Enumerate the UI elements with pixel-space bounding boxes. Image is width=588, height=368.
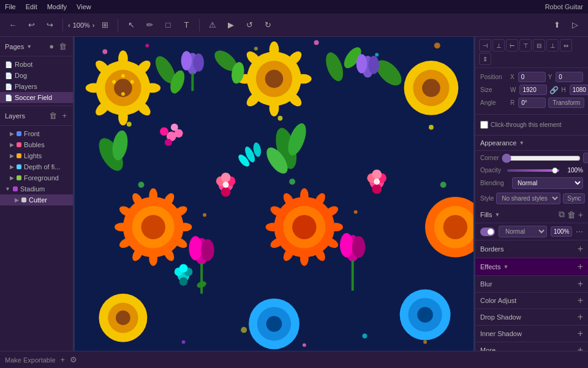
effects-header[interactable]: Effects ▼ +: [475, 258, 588, 276]
shape-tool[interactable]: □: [160, 17, 176, 33]
borders-add-button[interactable]: +: [578, 243, 583, 255]
angle-row: Angle R Transform: [480, 98, 583, 108]
menu-view[interactable]: View: [77, 3, 91, 10]
play-tool[interactable]: ▶: [223, 17, 239, 33]
select-tool[interactable]: ↖: [123, 17, 139, 33]
layer-stadium[interactable]: ▼ Stadium: [0, 183, 73, 194]
export-button[interactable]: ⬆: [549, 17, 565, 33]
exportable-option-button[interactable]: ⚙: [70, 355, 77, 364]
menu-edit[interactable]: Edit: [26, 3, 37, 10]
align-center-h[interactable]: ⊥: [492, 39, 505, 52]
menu-file[interactable]: File: [5, 3, 16, 10]
r-input[interactable]: [518, 98, 546, 108]
page-item-robot[interactable]: 📄 Robot: [0, 59, 73, 70]
svg-point-1: [102, 49, 107, 54]
layer-cutter[interactable]: ▶ Cutter: [0, 194, 73, 205]
layer-lights[interactable]: ▶ Lights: [0, 150, 73, 161]
fills-delete-icon[interactable]: 🗑: [567, 209, 576, 220]
exportable-add-button[interactable]: +: [61, 355, 66, 364]
svg-point-27: [121, 74, 125, 78]
layers-header: Layers 🗑 +: [0, 106, 73, 126]
svg-point-142: [354, 210, 358, 214]
effect-inner-shadow: Inner Shadow +: [475, 326, 588, 342]
play-button[interactable]: ▷: [567, 17, 583, 33]
appearance-header[interactable]: Appearance ▼: [475, 136, 588, 151]
clickthrough-checkbox[interactable]: [480, 121, 488, 129]
layer-front[interactable]: ▶ Front: [0, 128, 73, 139]
svg-point-34: [295, 74, 312, 84]
effects-add-button[interactable]: +: [578, 261, 583, 272]
y-input[interactable]: [556, 72, 583, 82]
fill-opacity-input[interactable]: [551, 226, 572, 237]
svg-point-28: [121, 92, 125, 96]
style-select[interactable]: No shared styles: [496, 193, 560, 204]
fill-type-select[interactable]: Normal Multiply: [499, 226, 547, 237]
page-item-players[interactable]: 📄 Players: [0, 81, 73, 92]
fills-copy-icon[interactable]: ⧉: [559, 209, 565, 220]
align-middle-v[interactable]: ⊟: [533, 39, 545, 52]
effect-drop-shadow-label: Drop Shadow: [480, 313, 578, 321]
text-tool[interactable]: T: [178, 17, 194, 33]
transform-button[interactable]: Transform: [548, 98, 584, 108]
layer-add[interactable]: +: [61, 111, 68, 120]
h-input[interactable]: [570, 85, 588, 95]
align-right[interactable]: ⊢: [506, 39, 518, 52]
layer-delete[interactable]: 🗑: [48, 111, 58, 120]
layer-depth[interactable]: ▶ Depth of fi...: [0, 161, 73, 172]
distribute-v[interactable]: ⇕: [479, 53, 491, 65]
layer-foreground[interactable]: ▶ Foreground: [0, 172, 73, 183]
effect-blur-add[interactable]: +: [578, 278, 583, 289]
svg-point-19: [143, 83, 160, 93]
redo-button[interactable]: ↪: [42, 17, 58, 33]
align-toolbar: ⊣ ⊥ ⊢ ⊤ ⊟ ⊥ ⇔ ⇕: [475, 37, 588, 68]
page-item-dog[interactable]: 📄 Dog: [0, 70, 73, 81]
page-item-soccer[interactable]: 📄 Soccer Field: [0, 92, 73, 103]
zoom-arrow-right[interactable]: ›: [92, 21, 95, 29]
fit-button[interactable]: ⊞: [97, 17, 113, 33]
page-toggle[interactable]: ●: [48, 42, 55, 51]
blending-select[interactable]: Normal Multiply Screen Overlay: [512, 177, 583, 189]
page-delete[interactable]: 🗑: [58, 42, 68, 51]
fill-toggle[interactable]: [480, 228, 495, 236]
svg-point-74: [115, 223, 129, 231]
refresh-tool[interactable]: ↻: [260, 17, 276, 33]
warn-tool[interactable]: ⚠: [205, 17, 221, 33]
menu-modify[interactable]: Modify: [47, 3, 67, 10]
effect-drop-shadow-add[interactable]: +: [578, 312, 583, 323]
align-bottom[interactable]: ⊥: [546, 39, 559, 52]
corner-slider[interactable]: [502, 153, 581, 163]
separator-1: [62, 19, 63, 31]
app-title: Robot Guitar: [545, 3, 583, 10]
svg-point-137: [179, 277, 188, 286]
svg-point-21: [118, 109, 128, 126]
rotate-tool[interactable]: ↺: [241, 17, 257, 33]
x-input[interactable]: [518, 72, 546, 82]
distribute-h[interactable]: ⇔: [560, 39, 572, 52]
style-label: Style: [480, 195, 494, 202]
pen-tool[interactable]: ✏: [141, 17, 157, 33]
fill-options-icon[interactable]: ⋯: [576, 228, 583, 236]
back-button[interactable]: ←: [5, 17, 21, 33]
zoom-value[interactable]: 100%: [73, 21, 90, 29]
effect-color-adjust-add[interactable]: +: [578, 295, 583, 306]
page-name-players: Players: [15, 83, 37, 90]
svg-point-52: [193, 53, 204, 72]
style-sync-button[interactable]: Sync: [563, 193, 585, 204]
corner-input[interactable]: [583, 153, 588, 163]
canvas-image: [74, 37, 475, 351]
align-top[interactable]: ⊤: [519, 39, 532, 52]
svg-point-79: [292, 215, 316, 239]
canvas-area[interactable]: [74, 37, 475, 351]
align-left[interactable]: ⊣: [479, 39, 491, 52]
effect-inner-shadow-add[interactable]: +: [578, 328, 583, 339]
fills-add-icon[interactable]: +: [578, 209, 583, 220]
link-icon[interactable]: 🔗: [549, 86, 559, 94]
zoom-arrow-left[interactable]: ‹: [68, 21, 70, 29]
undo-button[interactable]: ↩: [23, 17, 39, 33]
h-label: H: [561, 86, 565, 93]
opacity-value: 100%: [562, 167, 583, 174]
effect-more-add[interactable]: +: [578, 345, 583, 351]
svg-point-17: [118, 50, 128, 67]
w-input[interactable]: [519, 85, 547, 95]
layer-bubles[interactable]: ▶ Bubles: [0, 139, 73, 150]
